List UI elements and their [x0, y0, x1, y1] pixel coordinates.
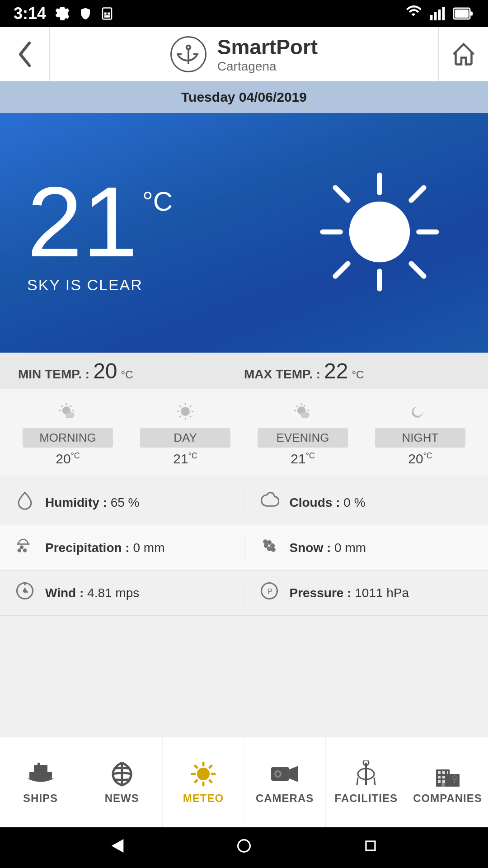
temperature-row: 21 °C — [27, 172, 173, 272]
companies-label: COMPANIES — [413, 792, 482, 805]
svg-line-77 — [195, 780, 197, 782]
morning-temp: 20°C — [56, 451, 80, 467]
svg-line-76 — [210, 766, 211, 768]
shield-icon — [79, 5, 92, 22]
clouds-detail: Clouds : 0 % — [244, 491, 488, 514]
facilities-label: FACILITIES — [335, 792, 398, 805]
svg-marker-79 — [289, 766, 298, 782]
max-temp: MAX TEMP. : 22 °C — [244, 359, 470, 383]
weather-hero: 21 °C SKY IS CLEAR — [0, 113, 488, 353]
weather-condition: SKY IS CLEAR — [27, 276, 173, 294]
svg-point-49 — [18, 549, 20, 551]
android-recent-button[interactable] — [361, 837, 380, 859]
svg-rect-5 — [434, 12, 437, 20]
svg-line-28 — [61, 406, 63, 407]
svg-rect-64 — [29, 772, 52, 778]
svg-line-21 — [335, 264, 348, 276]
svg-rect-7 — [442, 7, 445, 20]
svg-rect-88 — [438, 771, 441, 774]
wifi-icon — [405, 5, 423, 22]
morning-label: MORNING — [23, 428, 113, 448]
back-button[interactable] — [0, 27, 50, 81]
min-temp-label: MIN TEMP. : — [18, 367, 89, 382]
svg-line-74 — [195, 766, 197, 768]
nav-ships[interactable]: SHIPS — [0, 737, 81, 827]
camera-icon — [269, 760, 300, 788]
clouds-text: Clouds : 0 % — [290, 495, 366, 510]
svg-point-61 — [23, 590, 26, 592]
period-evening: EVENING 21°C — [258, 402, 348, 467]
night-icon — [409, 402, 432, 425]
svg-point-69 — [197, 768, 210, 780]
max-temp-unit: °C — [352, 368, 364, 381]
svg-line-19 — [411, 264, 424, 276]
wind-detail: Wind : 4.81 mps — [0, 581, 244, 605]
home-icon — [450, 41, 477, 68]
precipitation-text: Precipitation : 0 mm — [45, 541, 164, 555]
anchor-icon — [177, 42, 200, 66]
nav-meteo[interactable]: METEO — [163, 737, 244, 827]
period-morning: MORNING 20°C — [23, 402, 113, 467]
cloud-icon — [258, 491, 281, 514]
water-drop-icon — [14, 491, 36, 514]
svg-rect-91 — [438, 776, 441, 778]
svg-text:P: P — [267, 588, 272, 595]
svg-rect-4 — [430, 15, 433, 20]
android-nav-bar — [0, 827, 488, 868]
day-temp: 21°C — [173, 451, 197, 467]
period-night: NIGHT 20°C — [375, 402, 465, 467]
svg-rect-2 — [108, 13, 110, 15]
nav-companies[interactable]: COMPANIES — [407, 737, 488, 827]
svg-line-39 — [190, 406, 191, 407]
svg-rect-6 — [438, 9, 441, 20]
day-label: DAY — [140, 428, 230, 448]
time-display: 3:14 — [14, 4, 46, 23]
snow-icon — [258, 536, 281, 560]
svg-point-53 — [267, 541, 271, 544]
svg-rect-100 — [366, 841, 375, 850]
header-logo: SmartPort Cartagena — [50, 35, 438, 74]
period-day: DAY 21°C — [140, 402, 230, 467]
facilities-icon — [352, 760, 380, 788]
nav-news[interactable]: NEWS — [81, 737, 163, 827]
snow-text: Snow : 0 mm — [290, 541, 366, 555]
svg-rect-93 — [438, 780, 441, 783]
svg-line-46 — [304, 406, 305, 407]
night-temp: 20°C — [408, 451, 432, 467]
snow-detail: Snow : 0 mm — [244, 536, 488, 560]
svg-rect-89 — [442, 771, 445, 774]
svg-line-40 — [179, 416, 181, 417]
rain-icon — [14, 536, 36, 560]
nav-facilities[interactable]: FACILITIES — [326, 737, 407, 827]
periods-row: MORNING 20°C — [9, 402, 479, 467]
wind-text: Wind : 4.81 mps — [45, 586, 139, 600]
android-home-button[interactable] — [235, 837, 253, 859]
evening-icon — [291, 402, 314, 425]
weather-temp-block: 21 °C SKY IS CLEAR — [27, 172, 173, 294]
precipitation-detail: Precipitation : 0 mm — [0, 536, 244, 560]
min-temp-value: 20 — [93, 359, 117, 383]
ships-label: SHIPS — [23, 792, 58, 805]
detail-row-humidity: Humidity : 65 % Clouds : 0 % — [0, 480, 488, 525]
back-arrow-icon — [17, 41, 33, 68]
sun-icon — [316, 169, 443, 297]
svg-rect-3 — [104, 15, 110, 18]
svg-point-81 — [276, 772, 280, 776]
android-back-button[interactable] — [108, 837, 127, 859]
svg-point-48 — [20, 546, 23, 548]
svg-rect-9 — [470, 12, 473, 16]
svg-line-84 — [357, 778, 358, 785]
time-periods: MORNING 20°C — [0, 389, 488, 476]
svg-rect-66 — [38, 763, 40, 765]
temp-range-bar: MIN TEMP. : 20 °C MAX TEMP. : 22 °C — [0, 353, 488, 389]
min-temp: MIN TEMP. : 20 °C — [18, 359, 244, 383]
svg-point-11 — [186, 45, 190, 49]
nav-cameras[interactable]: CAMERAS — [244, 737, 326, 827]
date-text: Tuesday 04/06/2019 — [181, 90, 307, 105]
pressure-detail: P Pressure : 1011 hPa — [244, 581, 488, 605]
home-button[interactable] — [438, 27, 488, 81]
evening-temp: 21°C — [291, 451, 315, 467]
status-bar-left: 3:14 — [14, 4, 114, 23]
svg-point-50 — [23, 549, 26, 551]
svg-rect-95 — [441, 783, 445, 787]
